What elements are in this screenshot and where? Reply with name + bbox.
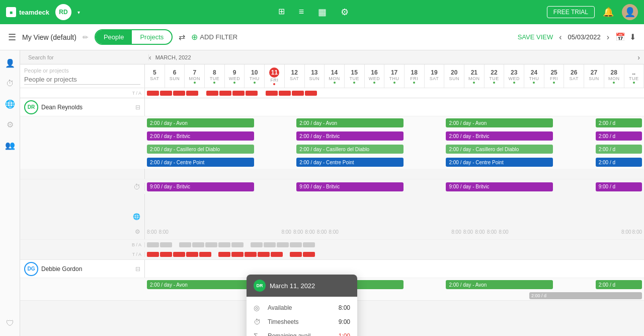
- clock-icon[interactable]: ⏱: [6, 79, 14, 88]
- date-cell-25: 25FRI: [544, 64, 565, 88]
- date-indicator-dot: [273, 83, 275, 85]
- settings-icon[interactable]: ⚙: [339, 5, 351, 20]
- britvic-bar-w1[interactable]: 2:00 / day - Britvic: [147, 131, 254, 141]
- date-cell-11: 11FRI: [265, 64, 285, 88]
- toggle-people-button[interactable]: People: [96, 30, 132, 44]
- date-day: MON: [189, 76, 200, 81]
- date-indicator-dot: [493, 82, 495, 84]
- date-num: 9: [233, 69, 236, 76]
- ta-header-label: T / A: [132, 91, 141, 96]
- date-cell-5: 5SAT: [145, 64, 165, 88]
- next-month-button[interactable]: ›: [637, 53, 640, 61]
- search-input[interactable]: [24, 75, 140, 85]
- search-for-label: Search for: [28, 54, 54, 60]
- date-day: THU: [389, 76, 399, 81]
- toolbar: ☰ My View (default) ✏ People Projects ⇄ …: [0, 24, 644, 50]
- casillero-bar-w2[interactable]: 2:00 / day - Casillero del Diablo: [296, 145, 404, 154]
- group-icon[interactable]: 👥: [5, 141, 15, 150]
- britvic-ts-w4[interactable]: 9:00 / d: [596, 182, 642, 191]
- notification-bell-icon[interactable]: 🔔: [601, 5, 616, 20]
- date-num: 6: [173, 69, 177, 76]
- ta-header-bars: [145, 88, 644, 98]
- date-cell-16: 16WED: [365, 64, 385, 88]
- date-cell-15: 15TUE: [345, 64, 365, 88]
- centre-bar-w2[interactable]: 2:00 / day - Centre Point: [296, 158, 404, 167]
- britvic-bar-w3[interactable]: 2:00 / day - Britvic: [446, 131, 553, 141]
- tooltip-body: ◎ Available 8:00 ⏱ Timesheets 9:00 Σ Rem…: [247, 297, 357, 336]
- date-indicator-dot: [553, 82, 555, 84]
- globe-icon[interactable]: 🌐: [5, 99, 15, 109]
- date-indicator-dot: [473, 82, 475, 84]
- shield-icon[interactable]: 🛡: [6, 319, 14, 328]
- timer-icon[interactable]: ▦: [316, 5, 329, 20]
- save-view-button[interactable]: SAVE VIEW: [518, 33, 553, 41]
- download-icon[interactable]: ⬇: [629, 32, 636, 42]
- avon-bar-w2[interactable]: 2:00 / day - Avon: [296, 118, 404, 127]
- add-filter-label: ADD FILTER: [200, 33, 237, 41]
- bookings-icon[interactable]: ⊞: [276, 5, 287, 20]
- date-day: MON: [608, 76, 620, 81]
- casillero-bar-w4[interactable]: 2:00 / d: [596, 145, 642, 154]
- centre-bar-w3[interactable]: 2:00 / day - Centre Point: [446, 158, 553, 167]
- gantt-icon[interactable]: ≡: [297, 5, 306, 20]
- date-day: THU: [250, 76, 260, 81]
- ba-label: B / A: [132, 242, 141, 247]
- avon-bar-w4[interactable]: 2:00 / d: [596, 118, 642, 127]
- search-placeholder-label: People or projects: [24, 68, 140, 74]
- toggle-projects-button[interactable]: Projects: [132, 30, 172, 44]
- user-avatar-initials[interactable]: RD: [55, 4, 71, 20]
- person-icon[interactable]: 👤: [5, 58, 15, 68]
- britvic-ts-w3[interactable]: 9:00 / day - Britvic: [446, 182, 553, 191]
- centre-bar-w1[interactable]: 2:00 / day - Centre Point: [147, 158, 254, 167]
- date-indicator-dot: [613, 82, 615, 84]
- calendar-view-icon[interactable]: 📅: [615, 32, 625, 42]
- date-day: SAT: [570, 76, 579, 81]
- free-trial-button[interactable]: FREE TRIAL: [547, 6, 595, 18]
- filter-icon[interactable]: ⇄: [179, 32, 185, 42]
- prev-month-button[interactable]: ‹: [149, 53, 151, 61]
- date-num: 5: [153, 69, 156, 76]
- debbie-settings-icon[interactable]: ⊟: [135, 265, 140, 273]
- date-num: 17: [391, 69, 397, 76]
- britvic-ts-w2[interactable]: 9:00 / day - Britvic: [296, 182, 404, 191]
- date-day: SAT: [290, 76, 299, 81]
- date-cell-10: 10THU: [245, 64, 265, 88]
- britvic-bar-w4[interactable]: 2:00 / d: [596, 131, 642, 141]
- britvic-ts-w1[interactable]: 9:00 / day - Britvic: [147, 182, 254, 191]
- tooltip-date: March 11, 2022: [270, 282, 315, 290]
- debbie-avon-w3[interactable]: 2:00 / day - Avon: [446, 280, 553, 289]
- gear-row-icon: ⚙: [135, 228, 140, 235]
- date-day: TUE: [489, 76, 499, 81]
- people-projects-toggle: People Projects: [95, 29, 173, 45]
- date-num: 18: [411, 69, 418, 76]
- debbie-avon-w4[interactable]: 2:00 / d: [596, 280, 642, 289]
- tooltip-remaining-row: Σ Remaining avail. -1:00: [247, 329, 357, 336]
- logo: ■ teamdeck: [6, 7, 49, 17]
- timesheets-icon: ⏱: [133, 183, 140, 191]
- avon-bar-w3[interactable]: 2:00 / day - Avon: [446, 118, 553, 127]
- user-photo-avatar[interactable]: 👤: [622, 4, 638, 20]
- prev-date-button[interactable]: ‹: [559, 33, 561, 42]
- date-num: ..: [632, 69, 636, 76]
- edit-view-icon[interactable]: ✏: [83, 33, 89, 41]
- dean-settings-icon[interactable]: ⊟: [135, 104, 140, 111]
- avatar-chevron-icon[interactable]: ▾: [77, 10, 80, 15]
- casillero-bar-w3[interactable]: 2:00 / day - Casillero del Diablo: [446, 145, 553, 154]
- tooltip-available-row: ◎ Available 8:00: [247, 301, 357, 315]
- remaining-value: -1:00: [337, 332, 350, 336]
- date-indicator-dot: [393, 82, 395, 84]
- menu-icon[interactable]: ☰: [8, 32, 16, 43]
- tooltip-timesheets-row: ⏱ Timesheets 9:00: [247, 315, 357, 329]
- centre-bar-w4[interactable]: 2:00 / d: [596, 158, 642, 167]
- next-date-button[interactable]: ›: [607, 33, 609, 42]
- date-day: WED: [229, 76, 240, 81]
- gear-small-icon[interactable]: ⚙: [7, 120, 14, 129]
- britvic-bar-w2[interactable]: 2:00 / day - Britvic: [296, 131, 404, 141]
- casillero-bar-w1[interactable]: 2:00 / day - Casillero del Diablo: [147, 145, 254, 154]
- debbie-avon-w1[interactable]: 2:00 / day - Avon: [147, 280, 254, 289]
- date-num: 12: [291, 69, 297, 76]
- available-circle-icon: ◎: [254, 304, 263, 312]
- avon-bar-w1[interactable]: 2:00 / day - Avon: [147, 118, 254, 127]
- date-cell-6: 6SUN: [165, 64, 185, 88]
- add-filter-button[interactable]: ⊕ ADD FILTER: [191, 32, 237, 42]
